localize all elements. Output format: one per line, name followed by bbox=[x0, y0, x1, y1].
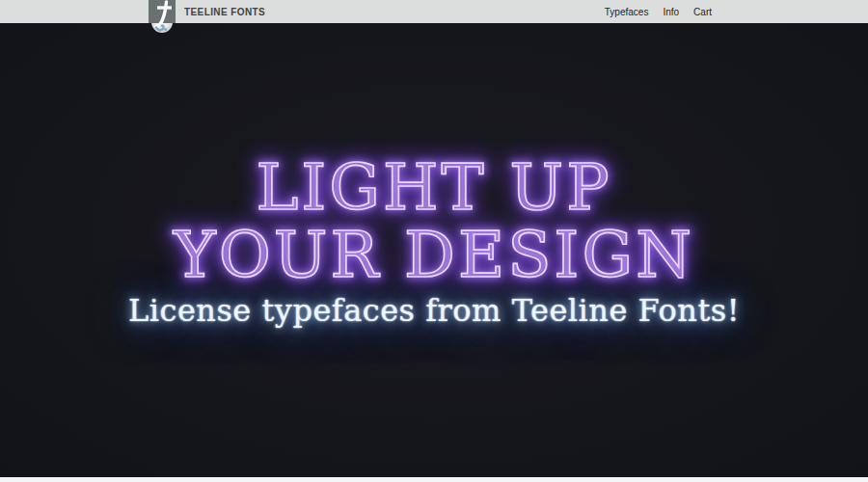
hero-title-text-2: YOUR DESIGN bbox=[174, 218, 694, 292]
hero-title-text-1: LIGHT UP bbox=[256, 150, 611, 225]
next-section-edge bbox=[0, 477, 868, 482]
hero-title: LIGHT UP LIGHT UP LIGHT UP YOUR DESIGN Y… bbox=[0, 23, 868, 289]
nav-link-typefaces[interactable]: Typefaces bbox=[605, 7, 649, 17]
hero-title-line-2: YOUR DESIGN YOUR DESIGN YOUR DESIGN bbox=[0, 222, 868, 289]
hero-title-line-1: LIGHT UP LIGHT UP LIGHT UP bbox=[0, 154, 868, 222]
nav-link-cart[interactable]: Cart bbox=[693, 7, 712, 17]
nav-link-info[interactable]: Info bbox=[663, 7, 679, 17]
logo-t-icon bbox=[149, 0, 176, 35]
hero-subtitle: License typefaces from Teeline Fonts! bbox=[0, 292, 868, 329]
brand[interactable]: TEELINE FONTS bbox=[149, 0, 265, 23]
nav-container: TEELINE FONTS Typefaces Info Cart bbox=[149, 0, 719, 23]
top-navbar: TEELINE FONTS Typefaces Info Cart bbox=[0, 0, 868, 23]
hero-section: LIGHT UP LIGHT UP LIGHT UP YOUR DESIGN Y… bbox=[0, 23, 868, 477]
nav-links: Typefaces Info Cart bbox=[605, 7, 719, 17]
brand-logo bbox=[149, 0, 176, 23]
brand-name: TEELINE FONTS bbox=[184, 7, 265, 17]
